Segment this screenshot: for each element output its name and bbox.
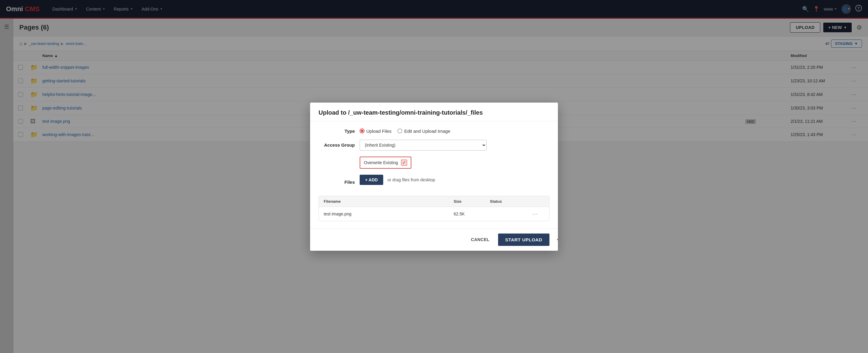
access-group-row: Access Group (Inherit Existing) Admin Ed… bbox=[318, 140, 550, 150]
type-radio-group: Upload Files Edit and Upload Image bbox=[360, 129, 450, 134]
dialog-footer: CANCEL START UPLOAD bbox=[310, 228, 558, 251]
dialog-header: Upload to /_uw-team-testing/omni-trainin… bbox=[310, 103, 558, 121]
dialog-title: Upload to /_uw-team-testing/omni-trainin… bbox=[318, 109, 483, 116]
file-size: 62.5K bbox=[454, 212, 490, 216]
radio-edit-upload-image[interactable]: Edit and Upload Image bbox=[397, 129, 450, 134]
overwrite-label: Overwrite Existing bbox=[364, 160, 398, 165]
files-row: Files + ADD or drag files from desktop bbox=[318, 175, 550, 190]
radio-upload-files[interactable]: Upload Files bbox=[360, 129, 392, 134]
col-size: Size bbox=[454, 199, 490, 204]
overwrite-row: Overwrite Existing ✓ bbox=[318, 156, 550, 169]
col-status: Status bbox=[490, 199, 532, 204]
col-filename: Filename bbox=[324, 199, 454, 204]
add-files-button[interactable]: + ADD bbox=[360, 175, 383, 185]
files-actions: + ADD or drag files from desktop bbox=[360, 175, 435, 185]
modal-overlay: Upload to /_uw-team-testing/omni-trainin… bbox=[0, 0, 868, 353]
overwrite-checkbox[interactable]: ✓ bbox=[401, 160, 407, 166]
upload-dialog: Upload to /_uw-team-testing/omni-trainin… bbox=[310, 103, 558, 251]
drag-text: or drag files from desktop bbox=[388, 177, 435, 182]
type-row: Type Upload Files Edit and Upload Image bbox=[318, 129, 550, 134]
file-list-header: Filename Size Status bbox=[319, 196, 549, 207]
arrow-head-icon bbox=[557, 237, 558, 242]
red-arrow-indicator bbox=[557, 237, 558, 242]
file-row-actions[interactable]: ⋯ bbox=[532, 211, 544, 217]
radio-dot bbox=[360, 129, 365, 133]
dialog-body: Type Upload Files Edit and Upload Image … bbox=[310, 121, 558, 228]
files-label: Files bbox=[318, 179, 355, 185]
overwrite-container: Overwrite Existing ✓ bbox=[360, 156, 411, 169]
file-list-table: Filename Size Status test image.png 62.5… bbox=[318, 196, 550, 221]
type-label: Type bbox=[318, 129, 355, 134]
cancel-button[interactable]: CANCEL bbox=[466, 234, 494, 245]
radio-dot bbox=[397, 129, 402, 133]
access-group-select[interactable]: (Inherit Existing) Admin Editor bbox=[360, 140, 487, 150]
start-upload-button[interactable]: START UPLOAD bbox=[498, 234, 550, 246]
file-list-row: test image.png 62.5K ⋯ bbox=[319, 207, 549, 221]
access-group-label: Access Group bbox=[318, 142, 355, 147]
file-filename: test image.png bbox=[324, 212, 454, 216]
check-icon: ✓ bbox=[402, 160, 406, 165]
